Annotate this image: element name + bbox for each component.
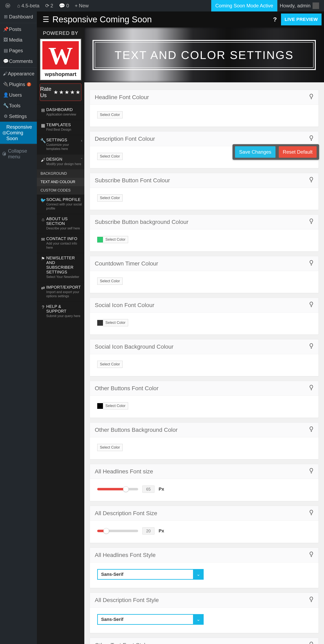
- design-sub-text-colour[interactable]: TEXT AND COLOUR: [37, 178, 84, 186]
- bulb-icon[interactable]: [309, 177, 314, 184]
- select-color-button[interactable]: Select Color: [103, 319, 128, 326]
- menu-plugins[interactable]: 🔌Plugins2: [0, 79, 37, 90]
- floating-action-bar: Save Changes Reset Default: [233, 144, 319, 160]
- plugin-content: TEXT AND COLOR SETTINGS Headline Font Co…: [84, 28, 324, 644]
- bulb-icon[interactable]: [309, 94, 314, 101]
- setting-card: All Headlines Font sizePx: [90, 464, 319, 501]
- setting-card: Other Text Font StyleSans-Serif⌄: [90, 638, 319, 644]
- live-preview-button[interactable]: LIVE PREVIEW: [281, 14, 322, 26]
- menu-responsive-coming-soon[interactable]: ◎Responsive Coming Soon: [0, 122, 37, 144]
- chevron-down-icon: ˇ: [81, 158, 82, 162]
- plugin-menu-dashboard[interactable]: ⊞ DASHBOARDApplication overview: [37, 105, 84, 120]
- font-select[interactable]: Sans-Serif⌄: [97, 569, 204, 580]
- reset-default-button[interactable]: Reset Default: [279, 146, 317, 158]
- setting-card: Other Buttons Font ColorSelect Color: [90, 381, 319, 418]
- menu-dashboard[interactable]: ⊞Dashboard: [0, 12, 37, 22]
- card-label: Countdown Timer Colour: [95, 260, 309, 267]
- plugin-menu-about[interactable]: ⌂ ABOUT US SECTIONDescribe your self her…: [37, 214, 84, 234]
- menu-pages[interactable]: ▤Pages: [0, 45, 37, 56]
- chevron-down-icon[interactable]: ⌄: [193, 614, 204, 625]
- design-sub-custom-codes[interactable]: CUSTOM CODES: [37, 186, 84, 194]
- brand-logo[interactable]: W wpshopmart: [40, 38, 81, 80]
- unit-label: Px: [159, 528, 164, 534]
- rate-us-button[interactable]: Rate Us ★★★★★: [40, 83, 81, 101]
- plugin-menu-design[interactable]: 🖌 DESIGNModify your design here ˇ: [37, 154, 84, 170]
- bulb-icon[interactable]: [309, 302, 314, 309]
- plugin-topbar: ☰ Responsive Coming Soon ? LIVE PREVIEW: [37, 12, 324, 28]
- bulb-icon[interactable]: [309, 343, 314, 350]
- dashboard-icon: ⊞: [2, 14, 9, 20]
- hamburger-icon[interactable]: ☰: [39, 15, 52, 24]
- slider-value-input[interactable]: [142, 486, 155, 493]
- menu-users[interactable]: 👤Users: [0, 90, 37, 100]
- setting-card: Social Icon Background ColourSelect Colo…: [90, 339, 319, 376]
- bulb-icon[interactable]: [309, 642, 314, 644]
- card-label: Headline Font Colour: [95, 94, 309, 100]
- select-color-button[interactable]: Select Color: [103, 402, 128, 410]
- select-color-button[interactable]: Select Color: [97, 278, 123, 285]
- slider-thumb[interactable]: [103, 528, 109, 534]
- bulb-icon[interactable]: [309, 135, 314, 142]
- select-color-button[interactable]: Select Color: [97, 153, 123, 160]
- menu-settings[interactable]: ⚙Settings: [0, 111, 37, 122]
- select-color-button[interactable]: Select Color: [103, 236, 128, 243]
- home-icon: ⌂: [40, 217, 46, 230]
- wp-logo[interactable]: ⓦ: [2, 0, 14, 12]
- comments[interactable]: 💬0: [56, 0, 72, 12]
- bulb-icon[interactable]: [309, 552, 314, 558]
- select-color-button[interactable]: Select Color: [97, 111, 123, 118]
- plugin-sidebar: POWERED BY W wpshopmart Rate Us ★★★★★ ⊞ …: [37, 28, 84, 644]
- pin-icon: 📌: [2, 27, 9, 32]
- plugin-menu-contact[interactable]: ✉ CONTACT INFOAdd your contact info here: [37, 234, 84, 253]
- menu-posts[interactable]: 📌Posts: [0, 24, 37, 34]
- unit-label: Px: [159, 486, 164, 492]
- plugin-menu-newsletter[interactable]: ⚑ NEWSLETTER AND SUBSCRIBER SETTINGSSele…: [37, 253, 84, 282]
- menu-media[interactable]: 🖼Media: [0, 34, 37, 45]
- wp-adminbar: ⓦ ⌂4.5-beta ⟳2 💬0 +New Coming Soon Mode …: [0, 0, 324, 12]
- mail-icon: ✉: [40, 237, 46, 250]
- site-name[interactable]: ⌂4.5-beta: [14, 0, 42, 12]
- coming-soon-badge[interactable]: Coming Soon Mode Active: [211, 0, 277, 12]
- setting-card: Subscribe Button background ColourSelect…: [90, 214, 319, 252]
- brand-name: wpshopmart: [42, 70, 79, 78]
- collapse-icon: ◀: [2, 152, 6, 156]
- slider-track[interactable]: [97, 530, 138, 532]
- plugin-menu-settings[interactable]: 🔧 SETTINGSCustomize your templates here …: [37, 135, 84, 154]
- plugin-menu-social[interactable]: 🐦 SOCIAL PROFILEConnect with your social…: [37, 194, 84, 214]
- font-select[interactable]: Sans-Serif⌄: [97, 614, 204, 625]
- bulb-icon[interactable]: [309, 385, 314, 392]
- bulb-icon[interactable]: [309, 468, 314, 475]
- save-changes-button[interactable]: Save Changes: [235, 146, 275, 158]
- plugin-menu-templates[interactable]: ▦ TEMPLATESFind Best Design: [37, 120, 84, 135]
- menu-tools[interactable]: 🔧Tools: [0, 100, 37, 111]
- color-swatch: [97, 237, 103, 242]
- chevron-down-icon[interactable]: ⌄: [193, 569, 204, 580]
- design-sub-background[interactable]: BACKGROUND: [37, 170, 84, 178]
- slider-value-input[interactable]: [142, 527, 155, 534]
- logo-w-icon: W: [42, 41, 79, 70]
- setting-card: Countdown Timer ColourSelect Color: [90, 256, 319, 293]
- updates[interactable]: ⟳2: [42, 0, 56, 12]
- howdy-account[interactable]: Howdy, admin: [277, 0, 322, 12]
- help-icon[interactable]: ?: [273, 16, 277, 23]
- menu-appearance[interactable]: 🖌Appearance: [0, 68, 37, 79]
- bulb-icon[interactable]: [309, 426, 314, 434]
- bulb-icon[interactable]: [309, 596, 314, 604]
- slider-thumb[interactable]: [123, 486, 129, 492]
- select-color-button[interactable]: Select Color: [97, 444, 123, 451]
- select-color-button[interactable]: Select Color: [97, 361, 123, 368]
- plugin-menu-import-export[interactable]: ⇄ IMPORT/EXPORTImport and export your op…: [37, 282, 84, 302]
- bulb-icon[interactable]: [309, 510, 314, 517]
- slider-track[interactable]: [97, 488, 138, 490]
- plugin-menu-help[interactable]: ? HELP & SUPPORTSubmit your query here: [37, 302, 84, 322]
- collapse-menu[interactable]: ◀Collapse menu: [0, 146, 37, 162]
- brush-icon: 🖌: [40, 157, 46, 166]
- bulb-icon[interactable]: [309, 260, 314, 267]
- select-color-button[interactable]: Select Color: [97, 194, 123, 202]
- select-value: Sans-Serif: [97, 614, 193, 625]
- hero-banner: TEXT AND COLOR SETTINGS: [84, 28, 324, 82]
- menu-comments[interactable]: 💬Comments: [0, 56, 37, 66]
- new-content[interactable]: +New: [72, 0, 91, 12]
- page-icon: ▤: [2, 48, 9, 53]
- bulb-icon[interactable]: [309, 218, 314, 226]
